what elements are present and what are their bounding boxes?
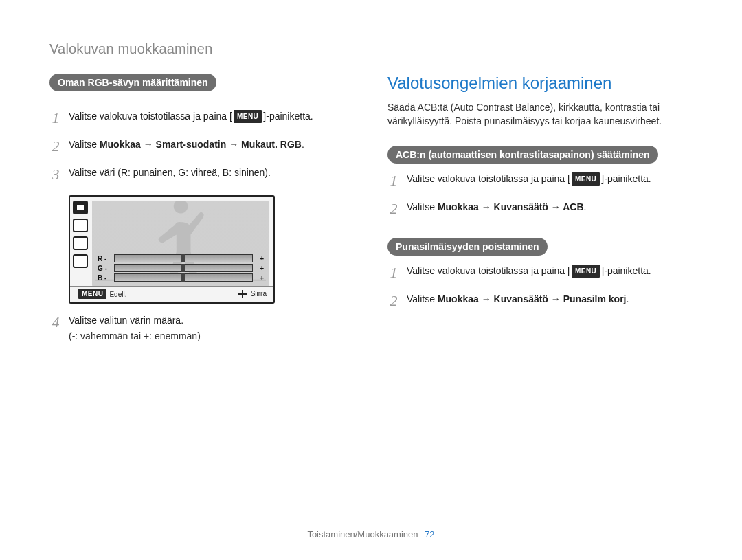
left-step-3: 3 Valitse väri (R: punainen, G: vihreä, … (49, 166, 355, 186)
content-columns: Oman RGB-sävyn määrittäminen 1 Valitse v… (49, 74, 693, 352)
menu-icon: MENU (572, 172, 600, 186)
step-number: 1 (387, 261, 400, 284)
lcd-viewport: R - + G - + B - (92, 201, 269, 286)
left-step-1: 1 Valitse valokuva toistotilassa ja pain… (49, 109, 355, 129)
slider-track (114, 254, 253, 262)
page-footer: Toistaminen/Muokkaaminen 72 (0, 529, 742, 539)
footer-section: Toistaminen/Muokkaaminen (307, 529, 418, 539)
rgb-sliders: R - + G - + B - (98, 254, 264, 282)
slider-row-g: G - + (98, 264, 264, 272)
step-number: 1 (387, 169, 400, 192)
slider-row-r: R - + (98, 254, 264, 262)
lcd-sidebar (70, 197, 91, 286)
step-number: 3 (49, 163, 62, 186)
lcd-mode-icon (73, 236, 88, 250)
slider-track (114, 264, 253, 272)
step-number: 2 (49, 135, 62, 157)
redeye-step-1: 1 Valitse valokuva toistotilassa ja pain… (387, 264, 693, 284)
acb-step-2: 2 Valitse Muokkaa → Kuvansäätö → ACB. (387, 200, 693, 220)
lcd-illustration: R - + G - + B - (69, 195, 275, 304)
lcd-mode-icon (73, 254, 88, 268)
step-number: 4 (49, 311, 62, 333)
left-column: Oman RGB-sävyn määrittäminen 1 Valitse v… (49, 74, 355, 352)
rgb-badge: Oman RGB-sävyn määrittäminen (49, 74, 216, 91)
step-number: 2 (387, 197, 400, 220)
step-text: Valitse valokuva toistotilassa ja paina … (407, 172, 693, 186)
lcd-mode-icon (73, 219, 88, 232)
menu-icon: MENU (234, 110, 262, 123)
slider-track (114, 273, 253, 282)
menu-icon: MENU (78, 289, 106, 299)
footer-page-number: 72 (425, 529, 434, 539)
right-column: Valotusongelmien korjaaminen Säädä ACB:t… (387, 74, 693, 352)
slider-row-b: B - + (98, 273, 264, 282)
lcd-back: MENUEdell. (77, 289, 126, 299)
redeye-badge: Punasilmäisyyden poistaminen (387, 238, 548, 256)
step-number: 1 (49, 107, 62, 129)
step-text: Valitse valitun värin määrä. (-: vähemmä… (69, 313, 355, 344)
page: Valokuvan muokkaaminen Oman RGB-sävyn mä… (0, 0, 742, 560)
breadcrumb: Valokuvan muokkaaminen (49, 41, 693, 57)
navigator-icon (238, 290, 247, 298)
left-step-2: 2 Valitse Muokkaa → Smart-suodatin → Muk… (49, 137, 355, 157)
step-text: Valitse Muokkaa → Kuvansäätö → ACB. (407, 200, 693, 214)
lcd-footer: MENUEdell. Siirrä (70, 286, 273, 302)
step-text: Valitse valokuva toistotilassa ja paina … (69, 109, 355, 124)
step-text: Valitse Muokkaa → Smart-suodatin → Mukau… (69, 137, 355, 152)
step-number: 2 (387, 289, 400, 312)
lcd-mode-icon (73, 201, 88, 214)
menu-icon: MENU (572, 265, 600, 278)
acb-step-1: 1 Valitse valokuva toistotilassa ja pain… (387, 172, 693, 192)
step-text: Valitse väri (R: punainen, G: vihreä, B:… (69, 166, 355, 180)
right-section-title: Valotusongelmien korjaaminen (387, 74, 693, 93)
step-text: Valitse valokuva toistotilassa ja paina … (407, 264, 693, 278)
step-text: Valitse Muokkaa → Kuvansäätö → Punasilm … (407, 292, 693, 306)
lcd-move: Siirrä (238, 290, 267, 298)
right-intro: Säädä ACB:tä (Auto Contrast Balance), ki… (387, 101, 693, 128)
acb-badge: ACB:n (automaattisen kontrastitasapainon… (387, 146, 658, 164)
redeye-step-2: 2 Valitse Muokkaa → Kuvansäätö → Punasil… (387, 292, 693, 312)
left-step-4: 4 Valitse valitun värin määrä. (-: vähem… (49, 313, 355, 344)
